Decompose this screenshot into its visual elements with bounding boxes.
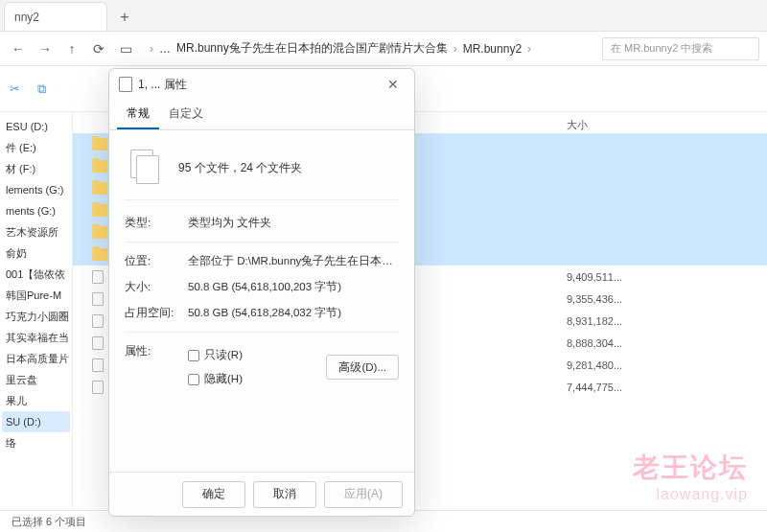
dialog-tabs: 常规 自定义 <box>109 100 414 130</box>
sidebar-item[interactable]: 001【德依依 <box>2 264 70 285</box>
readonly-checkbox[interactable]: 只读(R) <box>188 348 243 362</box>
folder-icon <box>92 226 107 239</box>
sidebar-item[interactable]: 络 <box>2 432 70 453</box>
folder-icon <box>92 248 107 261</box>
ok-button[interactable]: 确定 <box>182 481 245 508</box>
sidebar-item[interactable]: 其实幸福在当 <box>2 327 70 348</box>
folder-icon <box>92 138 107 150</box>
breadcrumb[interactable]: › … MR.bunny兔子先生在日本拍的混合国产剧情片大合集 › MR.bun… <box>142 40 596 57</box>
file-icon <box>92 359 104 372</box>
sidebar-item[interactable]: ESU (D:) <box>2 116 70 137</box>
document-icon <box>119 77 132 92</box>
monitor-icon[interactable]: ▭ <box>115 38 136 59</box>
sidebar-item[interactable]: SU (D:) <box>2 411 70 432</box>
location-label: 位置: <box>125 254 188 268</box>
breadcrumb-item[interactable]: … <box>159 42 171 56</box>
file-icon <box>92 336 104 350</box>
size-value: 50.8 GB (54,618,100,203 字节) <box>188 280 399 294</box>
summary-text: 95 个文件，24 个文件夹 <box>178 160 302 176</box>
scissors-icon: ✂ <box>10 81 20 96</box>
sidebar-item[interactable]: 俞奶 <box>2 243 70 264</box>
advanced-button[interactable]: 高级(D)... <box>326 355 399 380</box>
close-button[interactable]: ✕ <box>382 73 405 96</box>
size-on-disk-label: 占用空间: <box>125 306 188 320</box>
properties-dialog: 1, ... 属性 ✕ 常规 自定义 95 个文件，24 个文件夹 类型:类型均… <box>108 68 415 517</box>
tab-general[interactable]: 常规 <box>117 100 159 129</box>
type-value: 类型均为 文件夹 <box>188 216 399 230</box>
tab-label: nny2 <box>14 11 39 24</box>
cancel-button[interactable]: 取消 <box>253 481 316 508</box>
copy-button[interactable]: ⧉ <box>37 81 46 97</box>
multi-file-icon <box>130 150 161 186</box>
type-label: 类型: <box>125 216 188 230</box>
tab-bar: nny2 + <box>0 0 767 32</box>
size-label: 大小: <box>125 280 188 294</box>
location-value: 全部位于 D:\MR.bunny兔子先生在日本拍的混合国产 <box>188 254 399 268</box>
sidebar-item[interactable]: 材 (F:) <box>2 158 70 179</box>
sidebar-item[interactable]: 件 (E:) <box>2 137 70 158</box>
dialog-title: 1, ... 属性 <box>138 77 187 93</box>
size-on-disk-value: 50.8 GB (54,618,284,032 字节) <box>188 306 399 320</box>
file-icon <box>92 292 104 306</box>
sidebar-item[interactable]: 日本高质量片 <box>2 348 70 369</box>
file-icon <box>92 381 104 394</box>
search-input[interactable]: 在 MR.bunny2 中搜索 <box>602 37 759 60</box>
dialog-title-bar[interactable]: 1, ... 属性 ✕ <box>109 69 414 100</box>
tab-custom[interactable]: 自定义 <box>159 100 213 129</box>
copy-icon: ⧉ <box>37 81 46 97</box>
folder-icon <box>92 204 107 217</box>
sidebar: ESU (D:) 件 (E:) 材 (F:) lements (G:) ment… <box>0 112 73 510</box>
breadcrumb-item[interactable]: MR.bunny兔子先生在日本拍的混合国产剧情片大合集 <box>176 40 448 57</box>
sidebar-item[interactable]: 艺木资源所 <box>2 221 70 243</box>
column-size-header[interactable]: 大小 <box>567 118 588 132</box>
dialog-buttons: 确定 取消 应用(A) <box>109 472 414 516</box>
dialog-body: 95 个文件，24 个文件夹 类型:类型均为 文件夹 位置:全部位于 D:\MR… <box>109 130 414 472</box>
sidebar-item[interactable]: 里云盘 <box>2 369 70 390</box>
tab-active[interactable]: nny2 <box>4 2 107 31</box>
folder-icon <box>92 182 107 195</box>
nav-bar: ← → ↑ ⟳ ▭ › … MR.bunny兔子先生在日本拍的混合国产剧情片大合… <box>0 32 767 66</box>
back-button[interactable]: ← <box>8 38 29 59</box>
sidebar-item[interactable]: 巧克力小圆圈 <box>2 306 70 327</box>
file-icon <box>92 270 104 284</box>
status-text: 已选择 6 个项目 <box>12 515 86 529</box>
attributes-label: 属性: <box>125 344 188 390</box>
file-icon <box>92 314 104 328</box>
tab-add-button[interactable]: + <box>111 4 138 31</box>
up-button[interactable]: ↑ <box>61 38 82 59</box>
cut-button[interactable]: ✂ <box>10 81 20 96</box>
folder-icon <box>92 160 107 173</box>
refresh-button[interactable]: ⟳ <box>88 38 109 59</box>
sidebar-item[interactable]: 果儿 <box>2 390 70 411</box>
sidebar-item[interactable]: lements (G:) <box>2 179 70 200</box>
breadcrumb-item[interactable]: MR.bunny2 <box>463 42 522 56</box>
sidebar-item[interactable]: ments (G:) <box>2 200 70 221</box>
apply-button[interactable]: 应用(A) <box>324 481 403 508</box>
sidebar-item[interactable]: 韩国Pure-M <box>2 285 70 306</box>
hidden-checkbox[interactable]: 隐藏(H) <box>188 372 243 386</box>
forward-button[interactable]: → <box>35 38 56 59</box>
